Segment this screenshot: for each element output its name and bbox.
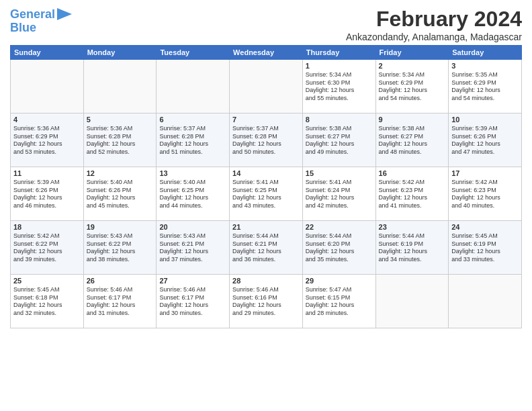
day-info: Sunrise: 5:45 AM Sunset: 6:18 PM Dayligh… [13,286,81,318]
day-info: Sunrise: 5:46 AM Sunset: 6:17 PM Dayligh… [159,286,226,318]
day-info: Sunrise: 5:36 AM Sunset: 6:29 PM Dayligh… [13,125,81,156]
calendar-cell: 14Sunrise: 5:41 AM Sunset: 6:25 PM Dayli… [230,167,303,221]
day-number: 27 [159,277,226,285]
calendar-cell [375,275,449,328]
calendar-cell: 25Sunrise: 5:45 AM Sunset: 6:18 PM Dayli… [11,275,84,328]
day-number: 1 [306,62,373,70]
day-info: Sunrise: 5:42 AM Sunset: 6:23 PM Dayligh… [451,179,519,210]
col-header-monday: Monday [83,46,157,60]
calendar-cell: 22Sunrise: 5:44 AM Sunset: 6:20 PM Dayli… [302,221,375,275]
calendar-cell [230,60,303,113]
day-info: Sunrise: 5:40 AM Sunset: 6:26 PM Dayligh… [87,179,154,210]
calendar-cell: 15Sunrise: 5:41 AM Sunset: 6:24 PM Dayli… [302,167,375,221]
calendar-cell: 4Sunrise: 5:36 AM Sunset: 6:29 PM Daylig… [11,113,84,167]
day-info: Sunrise: 5:43 AM Sunset: 6:22 PM Dayligh… [87,232,154,264]
calendar-cell [83,60,157,113]
calendar-cell: 28Sunrise: 5:46 AM Sunset: 6:16 PM Dayli… [230,275,303,328]
day-info: Sunrise: 5:46 AM Sunset: 6:17 PM Dayligh… [87,286,154,318]
calendar-cell: 20Sunrise: 5:43 AM Sunset: 6:21 PM Dayli… [157,221,230,275]
day-number: 15 [306,169,373,177]
calendar-cell: 3Sunrise: 5:35 AM Sunset: 6:29 PM Daylig… [449,60,522,113]
svg-marker-0 [57,8,72,20]
day-number: 9 [379,116,446,124]
day-number: 11 [13,169,81,177]
calendar-cell [11,60,84,113]
day-number: 5 [87,116,154,124]
calendar-cell: 11Sunrise: 5:39 AM Sunset: 6:26 PM Dayli… [11,167,84,221]
calendar-cell: 9Sunrise: 5:38 AM Sunset: 6:27 PM Daylig… [375,113,449,167]
day-number: 29 [306,277,373,285]
day-info: Sunrise: 5:37 AM Sunset: 6:28 PM Dayligh… [159,125,226,156]
header: General Blue February 2024 Ankazondandy,… [10,7,522,42]
day-info: Sunrise: 5:47 AM Sunset: 6:15 PM Dayligh… [306,286,373,318]
col-header-wednesday: Wednesday [230,46,303,60]
day-info: Sunrise: 5:43 AM Sunset: 6:21 PM Dayligh… [159,232,226,264]
logo: General Blue [10,7,72,35]
day-info: Sunrise: 5:38 AM Sunset: 6:27 PM Dayligh… [379,125,446,156]
calendar-cell [449,275,522,328]
day-number: 4 [13,116,81,124]
day-info: Sunrise: 5:42 AM Sunset: 6:22 PM Dayligh… [13,232,81,264]
week-row-3: 18Sunrise: 5:42 AM Sunset: 6:22 PM Dayli… [11,221,522,275]
calendar-cell [157,60,230,113]
day-info: Sunrise: 5:36 AM Sunset: 6:28 PM Dayligh… [87,125,154,156]
day-info: Sunrise: 5:39 AM Sunset: 6:26 PM Dayligh… [451,125,519,156]
calendar-cell: 12Sunrise: 5:40 AM Sunset: 6:26 PM Dayli… [83,167,157,221]
calendar-cell: 17Sunrise: 5:42 AM Sunset: 6:23 PM Dayli… [449,167,522,221]
day-number: 7 [232,116,300,124]
day-info: Sunrise: 5:40 AM Sunset: 6:25 PM Dayligh… [159,179,226,210]
day-number: 22 [306,223,373,231]
day-number: 26 [87,277,154,285]
day-number: 14 [232,169,300,177]
month-year: February 2024 [346,7,522,32]
week-row-4: 25Sunrise: 5:45 AM Sunset: 6:18 PM Dayli… [11,275,522,328]
day-info: Sunrise: 5:34 AM Sunset: 6:29 PM Dayligh… [379,71,446,103]
day-number: 12 [87,169,154,177]
title-block: February 2024 Ankazondandy, Analamanga, … [346,7,522,42]
calendar-cell: 6Sunrise: 5:37 AM Sunset: 6:28 PM Daylig… [157,113,230,167]
day-number: 8 [306,116,373,124]
col-header-saturday: Saturday [449,46,522,60]
week-row-0: 1Sunrise: 5:34 AM Sunset: 6:30 PM Daylig… [11,60,522,113]
day-number: 16 [379,169,446,177]
calendar-cell: 2Sunrise: 5:34 AM Sunset: 6:29 PM Daylig… [375,60,449,113]
day-info: Sunrise: 5:39 AM Sunset: 6:26 PM Dayligh… [13,179,81,210]
day-info: Sunrise: 5:41 AM Sunset: 6:25 PM Dayligh… [232,179,300,210]
calendar-cell: 7Sunrise: 5:37 AM Sunset: 6:28 PM Daylig… [230,113,303,167]
day-number: 10 [451,116,519,124]
day-number: 24 [451,223,519,231]
calendar-cell: 27Sunrise: 5:46 AM Sunset: 6:17 PM Dayli… [157,275,230,328]
day-info: Sunrise: 5:41 AM Sunset: 6:24 PM Dayligh… [306,179,373,210]
calendar-cell: 29Sunrise: 5:47 AM Sunset: 6:15 PM Dayli… [302,275,375,328]
col-header-sunday: Sunday [11,46,84,60]
day-number: 20 [159,223,226,231]
week-row-1: 4Sunrise: 5:36 AM Sunset: 6:29 PM Daylig… [11,113,522,167]
page-container: General Blue February 2024 Ankazondandy,… [0,0,532,335]
day-number: 17 [451,169,519,177]
calendar-cell: 8Sunrise: 5:38 AM Sunset: 6:27 PM Daylig… [302,113,375,167]
day-info: Sunrise: 5:44 AM Sunset: 6:21 PM Dayligh… [232,232,300,264]
day-number: 2 [379,62,446,70]
calendar-cell: 19Sunrise: 5:43 AM Sunset: 6:22 PM Dayli… [83,221,157,275]
day-info: Sunrise: 5:44 AM Sunset: 6:20 PM Dayligh… [306,232,373,264]
week-row-2: 11Sunrise: 5:39 AM Sunset: 6:26 PM Dayli… [11,167,522,221]
day-number: 19 [87,223,154,231]
day-info: Sunrise: 5:42 AM Sunset: 6:23 PM Dayligh… [379,179,446,210]
col-header-thursday: Thursday [302,46,375,60]
calendar-cell: 23Sunrise: 5:44 AM Sunset: 6:19 PM Dayli… [375,221,449,275]
logo-blue-text: Blue [10,21,36,35]
day-number: 13 [159,169,226,177]
day-info: Sunrise: 5:35 AM Sunset: 6:29 PM Dayligh… [451,71,519,103]
col-header-tuesday: Tuesday [157,46,230,60]
day-number: 23 [379,223,446,231]
col-header-friday: Friday [375,46,449,60]
logo-arrow-icon [57,8,72,20]
location: Ankazondandy, Analamanga, Madagascar [346,32,522,42]
header-row: SundayMondayTuesdayWednesdayThursdayFrid… [11,46,522,60]
day-number: 3 [451,62,519,70]
calendar-cell: 24Sunrise: 5:45 AM Sunset: 6:19 PM Dayli… [449,221,522,275]
day-number: 25 [13,277,81,285]
day-number: 6 [159,116,226,124]
calendar-cell: 21Sunrise: 5:44 AM Sunset: 6:21 PM Dayli… [230,221,303,275]
calendar-table: SundayMondayTuesdayWednesdayThursdayFrid… [10,45,522,328]
